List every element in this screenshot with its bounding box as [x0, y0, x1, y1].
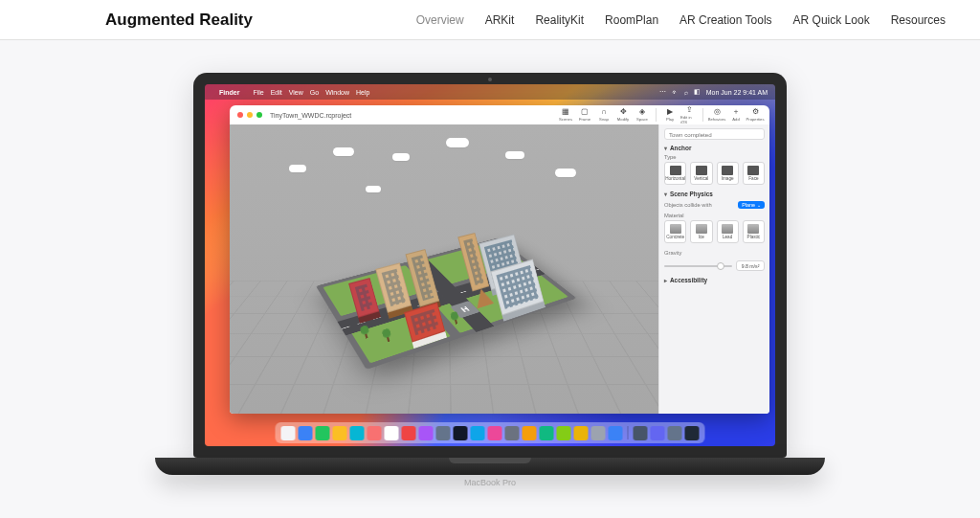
- scenes-icon: ▦: [562, 108, 569, 116]
- minimize-icon[interactable]: [247, 112, 253, 118]
- dock-app-10[interactable]: [454, 426, 468, 440]
- dock-app-17[interactable]: [574, 426, 589, 440]
- image-icon: [722, 166, 733, 175]
- dock-separator: [628, 426, 629, 439]
- macos-dock: [276, 422, 705, 443]
- toolbar-scenes[interactable]: ▦Scenes: [557, 107, 574, 124]
- face-icon: [747, 166, 759, 175]
- macbook-lid: Finder FileEditViewGoWindowHelp ⋯ ᯤ ⌕ ◧ …: [193, 73, 787, 458]
- material-plastic[interactable]: Plastic: [743, 220, 765, 243]
- menu-edit[interactable]: Edit: [271, 89, 282, 96]
- dock-app-13[interactable]: [505, 426, 520, 440]
- section-accessibility[interactable]: Accessibility: [664, 277, 765, 283]
- edit in ios-icon: ⇪: [686, 106, 693, 114]
- menu-go[interactable]: Go: [310, 89, 319, 96]
- toolbar-properties[interactable]: ⚙Properties: [746, 107, 764, 124]
- window-title: TinyTown_WWDC.rcproject: [270, 112, 351, 119]
- dock-app-14[interactable]: [523, 426, 537, 440]
- dock-app-19[interactable]: [609, 426, 623, 440]
- section-anchor[interactable]: Anchor: [664, 145, 765, 151]
- status-field[interactable]: Town completed: [664, 128, 765, 140]
- dock-app-7[interactable]: [402, 426, 416, 440]
- anchor-type-horizontal[interactable]: Horizontal: [664, 162, 686, 185]
- nav-arkit[interactable]: ARKit: [485, 13, 515, 27]
- dock-app-6[interactable]: [385, 426, 399, 440]
- macbook-base: [155, 458, 825, 475]
- dock-app-5[interactable]: [368, 426, 382, 440]
- viewport-3d[interactable]: H: [230, 124, 658, 414]
- menubar-left: Finder FileEditViewGoWindowHelp: [212, 89, 369, 96]
- nav-ar-creation-tools[interactable]: AR Creation Tools: [679, 13, 772, 27]
- menubar-clock[interactable]: Mon Jun 22 9:41 AM: [706, 89, 768, 96]
- nav-roomplan[interactable]: RoomPlan: [605, 13, 658, 27]
- dock-app-23[interactable]: [685, 426, 700, 440]
- menu-window[interactable]: Window: [325, 89, 349, 96]
- nav-ar-quick-look[interactable]: AR Quick Look: [793, 13, 870, 27]
- collide-select[interactable]: Plane⌄: [738, 201, 765, 209]
- dock-app-16[interactable]: [557, 426, 571, 440]
- dock-app-22[interactable]: [668, 426, 682, 440]
- toolbar-separator: [656, 108, 657, 122]
- macbook-label: MacBook Pro: [155, 478, 825, 487]
- dock-app-15[interactable]: [540, 426, 554, 440]
- toolbar-edit-in-ios[interactable]: ⇪Edit in iOS: [680, 107, 698, 124]
- bullets-icon[interactable]: ⋯: [659, 88, 666, 96]
- dock-app-18[interactable]: [591, 426, 606, 440]
- menu-help[interactable]: Help: [356, 89, 369, 96]
- toolbar-play[interactable]: ▶Play: [661, 107, 679, 124]
- camera-dot: [488, 78, 492, 81]
- dock-app-21[interactable]: [651, 426, 665, 440]
- material-tiles: ConcreteIceLeadPlastic: [664, 220, 765, 243]
- anchor-type-face[interactable]: Face: [743, 162, 765, 185]
- menubar-right: ⋯ ᯤ ⌕ ◧ Mon Jun 22 9:41 AM: [659, 88, 768, 96]
- gravity-value[interactable]: 9.8 m/s²: [736, 260, 765, 271]
- lead-icon: [722, 224, 733, 234]
- menu-file[interactable]: File: [253, 89, 263, 96]
- search-icon[interactable]: ⌕: [684, 89, 688, 96]
- toolbar-frame[interactable]: ▢Frame: [576, 107, 593, 124]
- wifi-icon[interactable]: ᯤ: [672, 89, 679, 96]
- gravity-slider[interactable]: [664, 265, 732, 267]
- close-icon[interactable]: [237, 112, 243, 118]
- control-center-icon[interactable]: ◧: [694, 88, 701, 96]
- nav-resources[interactable]: Resources: [891, 13, 946, 27]
- dock-app-0[interactable]: [281, 426, 296, 440]
- material-lead[interactable]: Lead: [717, 220, 739, 243]
- dock-app-20[interactable]: [634, 426, 648, 440]
- zoom-icon[interactable]: [256, 112, 262, 118]
- page-nav: OverviewARKitRealityKitRoomPlanAR Creati…: [416, 13, 946, 27]
- anchor-type-tiles: HorizontalVerticalImageFace: [664, 162, 765, 185]
- dock-app-2[interactable]: [316, 426, 330, 440]
- nav-realitykit[interactable]: RealityKit: [535, 13, 584, 27]
- inspector-panel: Town completed Anchor Type HorizontalVer…: [658, 124, 769, 414]
- toolbar-behaviors[interactable]: ◎Behaviors: [708, 107, 725, 124]
- toolbar-add[interactable]: ＋Add: [727, 107, 745, 124]
- anchor-type-vertical[interactable]: Vertical: [690, 162, 712, 185]
- properties-icon: ⚙: [752, 108, 759, 116]
- dock-app-4[interactable]: [350, 426, 365, 440]
- dock-app-8[interactable]: [419, 426, 434, 440]
- anchor-type-image[interactable]: Image: [717, 162, 739, 185]
- dock-app-3[interactable]: [333, 426, 347, 440]
- dock-app-1[interactable]: [299, 426, 313, 440]
- vertical-icon: [696, 166, 707, 175]
- menubar-app-name[interactable]: Finder: [219, 89, 239, 96]
- menu-view[interactable]: View: [289, 89, 303, 96]
- label-material: Material: [664, 213, 765, 218]
- nav-overview[interactable]: Overview: [416, 13, 464, 27]
- reality-composer-window: TinyTown_WWDC.rcproject ▦Scenes▢Frame∩Sn…: [230, 105, 769, 414]
- material-concrete[interactable]: Concrete: [664, 220, 686, 243]
- snap-icon: ∩: [601, 108, 607, 116]
- dock-app-12[interactable]: [488, 426, 502, 440]
- window-toolbar: ▦Scenes▢Frame∩Snap✥Modify◈Space▶Play⇪Edi…: [557, 106, 764, 124]
- toolbar-space[interactable]: ◈Space: [634, 107, 651, 124]
- dock-app-11[interactable]: [471, 426, 485, 440]
- toolbar-modify[interactable]: ✥Modify: [614, 107, 632, 124]
- page-header: Augmented Reality OverviewARKitRealityKi…: [0, 0, 980, 40]
- toolbar-snap[interactable]: ∩Snap: [595, 107, 612, 124]
- slider-knob[interactable]: [717, 262, 724, 270]
- add-icon: ＋: [732, 108, 740, 116]
- section-physics[interactable]: Scene Physics: [664, 191, 765, 197]
- dock-app-9[interactable]: [436, 426, 451, 440]
- material-ice[interactable]: Ice: [690, 220, 712, 243]
